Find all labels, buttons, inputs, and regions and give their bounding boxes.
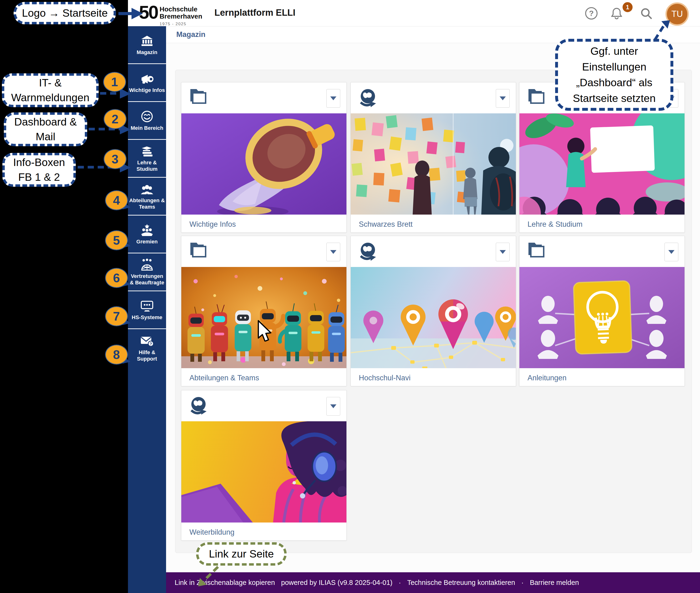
callout-text: „Dashboard“ als	[576, 75, 652, 90]
number-badge-1: 1	[103, 72, 126, 92]
sidebar-item-abteilungen-teams[interactable]: Abteilungen & Teams	[128, 177, 166, 215]
chevron-down-icon	[330, 404, 336, 408]
number-badge-6: 6	[105, 268, 128, 288]
number-badge-5: 5	[105, 230, 128, 250]
sidebar-item-label: Mein Bereich	[131, 125, 163, 131]
card-title[interactable]: Abteilungen & Teams	[189, 374, 259, 382]
weblink-icon	[359, 242, 376, 262]
bank-icon	[141, 34, 153, 47]
card-image-megaphone	[181, 113, 346, 214]
card-image-lightbulb	[519, 267, 685, 368]
megaphone-icon	[140, 72, 154, 84]
callout-text: IT- &	[39, 76, 62, 90]
monitor-icon	[140, 300, 154, 312]
callout-dashboard-startseite: Ggf. unter Einstellungen „Dashboard“ als…	[555, 39, 673, 111]
mail-help-icon: ?	[140, 334, 154, 347]
folder-icon	[189, 242, 207, 259]
callout-link-zur-seite: Link zur Seite	[196, 542, 287, 566]
card-abteilungen-teams[interactable]: Abteilungen & Teams	[181, 236, 347, 386]
breadcrumb-magazin[interactable]: Magazin	[176, 30, 206, 39]
committee-icon	[140, 224, 154, 236]
card-title[interactable]: Hochschul-Navi	[359, 374, 410, 382]
callout-text: Startseite setzten	[573, 90, 656, 106]
callout-dashboard-mail: Dashboard & Mail	[4, 112, 87, 146]
chevron-down-icon	[330, 96, 336, 100]
svg-text:?: ?	[150, 342, 152, 346]
logo-line1: Hochschule	[160, 6, 202, 13]
card-title[interactable]: Lehre & Studium	[527, 220, 583, 229]
sidebar-item-label: Lehre & Studium	[128, 159, 165, 172]
callout-it-warnmeldungen: IT- & Warnmeldungen	[2, 73, 99, 107]
footer-powered-by[interactable]: powered by ILIAS (v9.8 2025-04-01)	[281, 579, 393, 587]
sidebar-item-label: Abteilungen & Teams	[128, 197, 165, 210]
books-icon	[141, 145, 153, 157]
sidebar-item-wichtige-infos[interactable]: Wichtige Infos	[128, 64, 166, 102]
card-weiterbildung[interactable]: Weiterbildung	[181, 390, 347, 541]
card-actions-dropdown[interactable]	[326, 243, 340, 261]
chevron-down-icon	[500, 250, 506, 254]
notification-badge: 1	[622, 1, 633, 13]
sidebar-item-label: HS-Systeme	[132, 314, 162, 321]
card-hochschul-navi[interactable]: Hochschul-Navi	[351, 236, 516, 386]
card-image-presentation	[519, 113, 685, 214]
logo-50: 50	[139, 2, 158, 23]
number-badge-4: 4	[105, 190, 128, 210]
card-schwarzes-brett[interactable]: Schwarzes Brett	[351, 82, 516, 233]
main-sidebar: Magazin Wichtige Infos Mein Bereich Lehr…	[128, 26, 166, 593]
footer-separator: ·	[399, 579, 401, 587]
card-wichtige-infos[interactable]: Wichtige Infos	[181, 82, 347, 233]
callout-text: Ggf. unter	[590, 43, 638, 59]
sidebar-item-magazin[interactable]: Magazin	[128, 26, 166, 64]
svg-text:?: ?	[589, 9, 594, 17]
sidebar-item-hilfe-support[interactable]: ? Hilfe & Support	[128, 329, 166, 367]
sidebar-item-vertretungen-beauftragte[interactable]: Vertretungen & Beauftragte	[128, 253, 166, 291]
chevron-down-icon	[668, 250, 674, 254]
weblink-icon	[359, 88, 376, 109]
callout-text: Dashboard &	[14, 115, 77, 129]
globe-people-icon	[140, 258, 154, 271]
chevron-down-icon	[330, 250, 336, 254]
footer-link-copy[interactable]: Link in Zwischenablage kopieren	[175, 579, 275, 587]
callout-logo-startseite: Logo → Startseite	[13, 2, 116, 24]
card-title[interactable]: Anleitungen	[527, 374, 566, 382]
sidebar-item-gremien[interactable]: Gremien	[128, 215, 166, 253]
help-icon[interactable]: ?	[585, 7, 598, 21]
sidebar-item-label: Hilfe & Support	[128, 349, 165, 362]
card-title[interactable]: Weiterbildung	[189, 528, 234, 537]
smiley-icon	[141, 110, 153, 122]
number-badge-7: 7	[105, 306, 128, 326]
callout-text: FB 1 & 2	[18, 170, 60, 185]
avatar[interactable]: TU	[665, 2, 689, 26]
footer-link-support[interactable]: Technische Betreuung kontaktieren	[407, 579, 515, 587]
sidebar-item-hs-systeme[interactable]: HS-Systeme	[128, 291, 166, 329]
hochschule-bremerhaven-logo[interactable]: 50 Hochschule Bremerhaven 1975 - 2025	[139, 2, 202, 28]
callout-text: Mail	[36, 129, 56, 144]
folder-icon	[527, 88, 545, 105]
card-image-map-pins	[351, 267, 516, 368]
card-actions-dropdown[interactable]	[326, 89, 340, 108]
card-title[interactable]: Schwarzes Brett	[359, 220, 413, 229]
card-image-headphones-woman	[181, 421, 346, 522]
footer-link-barrier[interactable]: Barriere melden	[530, 579, 579, 587]
card-image-robots	[181, 267, 346, 368]
callout-text: Logo → Startseite	[22, 6, 108, 21]
card-anleitungen[interactable]: Anleitungen	[519, 236, 685, 386]
search-icon[interactable]	[640, 8, 652, 21]
card-actions-dropdown[interactable]	[326, 397, 340, 416]
sidebar-item-lehre-studium[interactable]: Lehre & Studium	[128, 140, 166, 177]
callout-infoboxen: Info-Boxen FB 1 & 2	[2, 153, 76, 187]
sidebar-item-label: Vertretungen & Beauftragte	[128, 273, 165, 286]
card-title[interactable]: Wichtige Infos	[189, 220, 236, 229]
card-actions-dropdown[interactable]	[496, 243, 510, 261]
weblink-icon	[189, 396, 207, 417]
bell-icon[interactable]	[611, 7, 622, 21]
sidebar-item-label: Gremien	[136, 238, 157, 245]
sidebar-item-label: Wichtige Infos	[129, 87, 165, 93]
page-title: Lernplattform ELLI	[214, 8, 295, 18]
card-actions-dropdown[interactable]	[496, 89, 510, 108]
callout-text: Info-Boxen	[13, 155, 65, 170]
sidebar-item-mein-bereich[interactable]: Mein Bereich	[128, 102, 166, 140]
card-actions-dropdown[interactable]	[664, 243, 678, 261]
folder-icon	[189, 88, 207, 105]
sidebar-item-label: Magazin	[137, 49, 157, 55]
